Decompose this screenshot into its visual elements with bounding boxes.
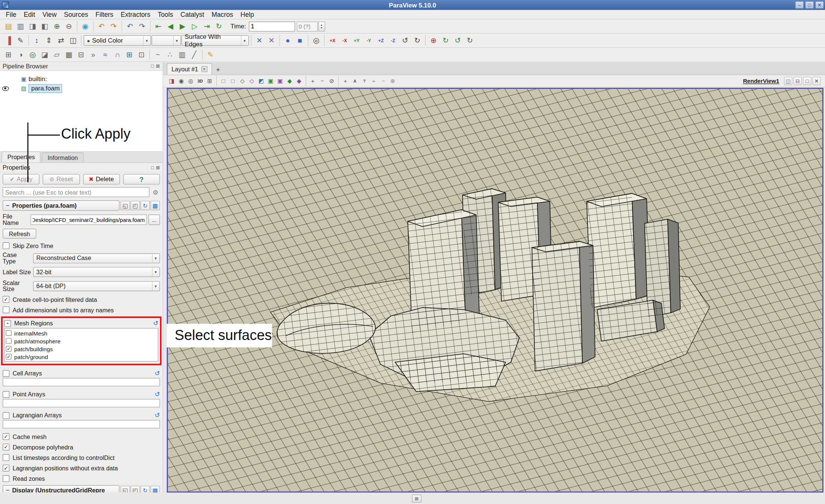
set-view-minus-y-icon[interactable]: -Y <box>363 35 375 46</box>
tab-information[interactable]: Information <box>42 152 84 163</box>
stream-tracer-icon[interactable]: ≈ <box>99 49 111 61</box>
hover-points-icon[interactable]: ◆ <box>295 77 304 86</box>
minimize-button[interactable]: – <box>795 1 804 9</box>
toggle-color-legend-icon[interactable]: ▐ <box>3 35 14 46</box>
render-viewport[interactable] <box>167 88 824 492</box>
cell-arrays-checkbox[interactable] <box>3 370 9 377</box>
time-value-input[interactable] <box>249 21 295 31</box>
menu-catalyst[interactable]: Catalyst <box>177 11 208 18</box>
restore-defaults-icon[interactable]: ↻ <box>141 201 150 210</box>
slice-filter-icon[interactable]: ▱ <box>51 49 62 61</box>
select-cells-rect-icon[interactable]: □ <box>219 77 228 86</box>
close-panel-icon[interactable]: ⊠ <box>156 64 160 69</box>
patch-atmosphere-checkbox[interactable] <box>6 338 11 344</box>
capture-screenshot-icon[interactable]: ◨ <box>27 21 39 32</box>
zoom-to-data-icon[interactable]: ◎ <box>310 35 322 46</box>
rescale-over-time-icon[interactable]: ⇄ <box>55 35 67 46</box>
point-arrays-checkbox[interactable] <box>3 391 9 398</box>
open-file-icon[interactable]: ▤ <box>3 21 14 32</box>
camera-icon[interactable]: ◉ <box>177 77 186 86</box>
menu-help[interactable]: Help <box>237 11 258 18</box>
group-datasets-icon[interactable]: ⊞ <box>124 49 135 61</box>
glyph-filter-icon[interactable]: » <box>88 49 99 61</box>
previous-frame-icon[interactable]: ◀ <box>165 21 176 32</box>
plot-over-line-icon[interactable]: ╱ <box>188 49 200 61</box>
pipeline-item-para-foam[interactable]: ▤ para.foam <box>0 84 163 93</box>
patch-buildings-checkbox[interactable]: ✓ <box>6 346 11 352</box>
case-type-dropdown[interactable]: Reconstructed Case ▾ <box>33 253 160 263</box>
zoom-select-icon[interactable]: ◎ <box>186 77 195 86</box>
loop-icon[interactable]: ↻ <box>213 21 225 32</box>
rescale-to-custom-range-icon[interactable]: ⇕ <box>43 35 55 46</box>
menu-sources[interactable]: Sources <box>60 11 92 18</box>
add-dimensional-units-checkbox[interactable] <box>3 306 9 313</box>
browse-button[interactable]: ... <box>148 214 160 225</box>
list-timesteps-checkbox[interactable] <box>3 454 9 461</box>
color-by-dropdown[interactable]: ● Solid Color ▾ <box>84 35 151 46</box>
refresh-button[interactable]: Refresh <box>3 229 36 239</box>
close-layout-icon[interactable]: ✕ <box>201 66 207 72</box>
list-item[interactable]: patch/atmosphere <box>5 337 158 345</box>
interactive-select-cells-icon[interactable]: ▣ <box>266 77 275 86</box>
temporal-interpolator-icon[interactable]: ~ <box>152 49 164 61</box>
tab-properties[interactable]: Properties <box>1 151 41 163</box>
patch-ground-checkbox[interactable]: ✓ <box>6 354 11 359</box>
float-panel-icon[interactable]: □ <box>151 165 154 170</box>
save-screenshot-icon[interactable]: ◨ <box>167 77 176 86</box>
menu-macros[interactable]: Macros <box>208 11 237 18</box>
shrink-selection-icon[interactable]: − <box>318 77 327 86</box>
histogram-icon[interactable]: ▥ <box>176 49 188 61</box>
select-cells-polygon-icon[interactable]: ◇ <box>238 77 247 86</box>
contour-filter-icon[interactable]: ◎ <box>27 49 39 61</box>
calculator-filter-icon[interactable]: ⊞ <box>3 49 14 61</box>
rescale-to-data-range-icon[interactable]: ↕ <box>31 35 43 46</box>
camera-redo-icon[interactable]: ↷ <box>136 21 148 32</box>
help-button[interactable]: ? <box>123 174 160 185</box>
spin-down-icon[interactable]: ▾ <box>321 26 322 29</box>
hover-cells-icon[interactable]: ◆ <box>285 77 294 86</box>
internal-mesh-checkbox[interactable] <box>6 330 11 336</box>
edit-color-map-icon[interactable]: ✎ <box>15 35 26 46</box>
list-item[interactable]: ✓ patch/ground <box>5 353 158 361</box>
save-defaults-icon[interactable]: ▦ <box>150 486 160 492</box>
close-view-icon[interactable]: ✕ <box>812 77 821 85</box>
label-size-dropdown[interactable]: 32-bit ▾ <box>33 267 160 277</box>
server-disconnect-icon[interactable]: ⊖ <box>63 21 75 32</box>
pick-center-icon[interactable]: + <box>341 77 350 86</box>
list-item[interactable]: internalMesh <box>5 329 158 337</box>
gear-icon[interactable]: ⚙ <box>151 188 160 197</box>
remove-light-icon[interactable]: − <box>379 77 388 86</box>
reset-camera-icon[interactable]: ↻ <box>440 35 451 46</box>
apply-button[interactable]: ✔ Apply <box>3 174 40 185</box>
grow-selection-icon[interactable]: + <box>308 77 317 86</box>
close-panel-icon[interactable]: ⊠ <box>156 165 160 170</box>
render-view-name[interactable]: RenderView1 <box>743 78 779 84</box>
cell-data-to-point-data-icon[interactable]: ◑ <box>15 49 26 61</box>
menu-edit[interactable]: Edit <box>20 11 39 18</box>
menu-extractors[interactable]: Extractors <box>117 11 154 18</box>
display-section-header[interactable]: − Display (UnstructuredGridRepre <box>3 485 119 493</box>
scalar-size-dropdown[interactable]: 64-bit (DP) ▾ <box>33 281 160 291</box>
play-icon[interactable]: ▶ <box>177 21 188 32</box>
reset-to-default-icon[interactable]: ↺ <box>155 390 160 398</box>
properties-section-header[interactable]: − Properties (para.foam) <box>3 200 119 211</box>
close-button[interactable]: ✕ <box>815 1 824 9</box>
list-item[interactable]: ✓ patch/buildings <box>5 345 158 353</box>
camera-undo-icon[interactable]: ↶ <box>124 21 136 32</box>
save-defaults-icon[interactable]: ▦ <box>150 201 160 210</box>
cache-mesh-checkbox[interactable]: ✓ <box>3 433 9 440</box>
select-surface-points-icon[interactable]: ✕ <box>266 35 277 46</box>
render-globe-icon[interactable]: ● <box>282 35 294 46</box>
measure-tool-icon[interactable]: ✎ <box>205 49 216 61</box>
split-vertical-icon[interactable]: ⊟ <box>794 77 802 85</box>
select-block-icon[interactable]: ■ <box>294 35 306 46</box>
rotate-90-ccw-icon[interactable]: ↺ <box>399 35 411 46</box>
pipeline-item-builtin[interactable]: ▣ builtin: <box>0 74 163 83</box>
set-view-plus-y-icon[interactable]: +Y <box>351 35 362 46</box>
menu-file[interactable]: File <box>2 11 20 18</box>
float-panel-icon[interactable]: □ <box>151 64 154 69</box>
export-scene-icon[interactable]: ◧ <box>39 21 50 32</box>
decompose-polyhedra-checkbox[interactable]: ✓ <box>3 443 9 450</box>
lagrangian-arrays-checkbox[interactable] <box>3 412 9 418</box>
paste-properties-icon[interactable]: ◰ <box>131 201 140 210</box>
